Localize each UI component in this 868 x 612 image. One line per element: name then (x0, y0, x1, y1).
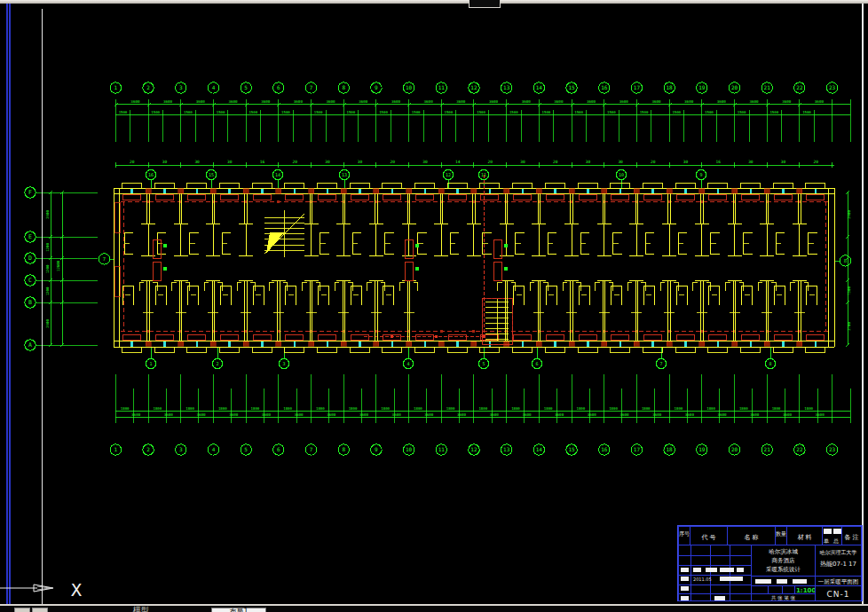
svg-text:30: 30 (683, 160, 689, 164)
svg-text:1800: 1800 (381, 406, 390, 411)
svg-text:8: 8 (844, 258, 847, 263)
svg-text:3600: 3600 (228, 99, 238, 104)
svg-text:1800: 1800 (642, 406, 651, 411)
tb-footer: 共 张 第 张 (752, 595, 815, 601)
svg-text:19: 19 (698, 84, 706, 90)
svg-text:1500: 1500 (640, 110, 649, 114)
tab-scroll-button[interactable] (14, 608, 30, 612)
svg-text:F: F (28, 189, 32, 196)
svg-text:8: 8 (342, 446, 345, 452)
svg-text:12: 12 (470, 446, 477, 452)
svg-text:20: 20 (292, 160, 297, 164)
windows-and-radiators (122, 184, 825, 353)
svg-text:9: 9 (375, 84, 378, 90)
svg-text:3600: 3600 (229, 412, 239, 417)
svg-text:3600: 3600 (489, 99, 499, 104)
svg-text:3600: 3600 (261, 99, 271, 104)
svg-text:1800: 1800 (804, 406, 813, 411)
svg-text:E: E (28, 233, 32, 240)
svg-text:1800: 1800 (283, 406, 292, 411)
svg-text:14: 14 (536, 84, 543, 90)
svg-text:1800: 1800 (414, 406, 422, 411)
svg-text:1500: 1500 (509, 110, 518, 114)
svg-text:3600: 3600 (619, 99, 629, 104)
tab-model[interactable]: 模型 (133, 607, 149, 612)
bottom-dimensions: 1800360018003600180036001800360018003600… (115, 374, 850, 423)
svg-text:3600: 3600 (456, 99, 466, 104)
svg-text:3600: 3600 (782, 99, 792, 104)
svg-text:3600: 3600 (522, 412, 532, 417)
svg-text:1800: 1800 (316, 406, 325, 411)
svg-text:3: 3 (179, 84, 183, 90)
tab-scroll-button[interactable] (32, 608, 48, 612)
svg-text:15: 15 (209, 172, 214, 177)
svg-text:1500: 1500 (281, 110, 290, 114)
svg-text:3600: 3600 (327, 99, 336, 104)
svg-text:20: 20 (731, 84, 738, 90)
svg-text:3600: 3600 (196, 99, 206, 104)
svg-text:7: 7 (659, 361, 662, 366)
svg-text:3600: 3600 (424, 412, 434, 417)
svg-text:13: 13 (503, 446, 510, 452)
svg-text:19: 19 (698, 446, 706, 452)
ucs-x-label: X (71, 579, 82, 600)
toolbar-edge-line (9, 0, 11, 605)
svg-text:17: 17 (634, 84, 641, 90)
sheet-border-right (862, 4, 864, 604)
svg-text:3: 3 (179, 446, 183, 452)
svg-text:3600: 3600 (490, 412, 500, 417)
svg-text:18: 18 (667, 84, 674, 90)
svg-text:30: 30 (358, 160, 363, 164)
svg-text:1: 1 (114, 84, 118, 90)
svg-text:30: 30 (227, 160, 233, 164)
svg-text:16: 16 (260, 160, 265, 164)
svg-text:14: 14 (536, 446, 543, 452)
svg-text:1800: 1800 (577, 406, 586, 411)
svg-text:1: 1 (114, 446, 118, 452)
svg-text:1500: 1500 (119, 110, 128, 114)
svg-text:3600: 3600 (587, 99, 596, 104)
svg-text:3600: 3600 (717, 99, 727, 104)
svg-text:3600: 3600 (815, 99, 825, 104)
svg-text:2400: 2400 (45, 210, 50, 219)
svg-text:20: 20 (814, 160, 819, 164)
drawing-canvas[interactable]: 1234567891011121314151617181920212223123… (0, 0, 868, 612)
titlebar-notch (469, 0, 501, 8)
svg-text:1800: 1800 (446, 406, 455, 411)
svg-text:9: 9 (375, 446, 378, 452)
tb-header-remark: 备 注 (842, 533, 861, 542)
svg-text:1500: 1500 (314, 110, 323, 114)
tb-project-line3: 采暖系统设计 (752, 565, 815, 574)
svg-text:2: 2 (146, 84, 150, 90)
svg-text:20: 20 (488, 160, 493, 164)
svg-text:21: 21 (764, 84, 771, 90)
svg-text:12: 12 (446, 172, 451, 177)
svg-text:3600: 3600 (391, 99, 401, 104)
svg-text:8: 8 (769, 361, 771, 366)
svg-text:3600: 3600 (749, 99, 759, 104)
svg-text:3600: 3600 (816, 412, 825, 417)
svg-text:3600: 3600 (392, 412, 402, 417)
tb-header-no: 序号 (679, 530, 690, 538)
svg-text:16: 16 (148, 172, 154, 177)
svg-text:3600: 3600 (262, 412, 272, 417)
svg-text:30: 30 (748, 160, 754, 164)
svg-text:3600: 3600 (750, 412, 760, 417)
svg-text:9: 9 (699, 172, 702, 177)
tb-school: 哈尔滨理工大学 (816, 549, 861, 557)
svg-text:16: 16 (601, 84, 608, 90)
svg-text:11: 11 (438, 84, 446, 90)
tab-layout1[interactable]: 布局1 (211, 608, 266, 612)
svg-text:23: 23 (829, 446, 836, 452)
svg-text:1800: 1800 (349, 406, 358, 411)
svg-text:8: 8 (342, 84, 345, 90)
svg-text:1200: 1200 (45, 286, 50, 295)
svg-text:1800: 1800 (218, 406, 227, 411)
svg-text:1500: 1500 (445, 110, 454, 114)
tb-drawing-no: CN-1 (816, 590, 861, 599)
svg-text:B: B (28, 299, 32, 306)
svg-text:7: 7 (310, 84, 313, 90)
heating-floor-plan: 1234567891011121314151617181920212223123… (0, 0, 868, 612)
svg-text:3600: 3600 (588, 412, 597, 417)
svg-text:1500: 1500 (802, 110, 811, 114)
